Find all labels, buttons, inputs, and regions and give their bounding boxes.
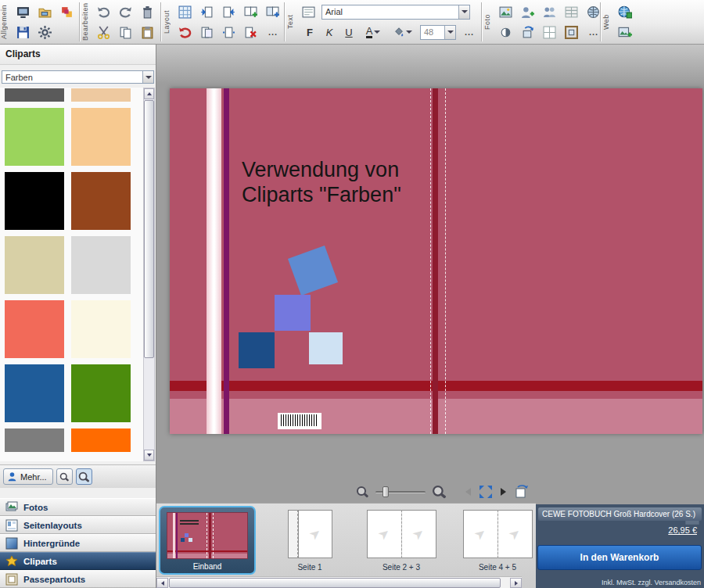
- fill-color-button[interactable]: [390, 24, 416, 40]
- settings-button[interactable]: [36, 23, 54, 41]
- add-pages-button[interactable]: [242, 3, 260, 20]
- delete-button[interactable]: [138, 3, 156, 20]
- text-frame-button[interactable]: [300, 3, 318, 20]
- sidebar-item-cliparts[interactable]: Cliparts: [0, 552, 156, 570]
- clipart-swatch[interactable]: [71, 172, 131, 230]
- scroll-right-button[interactable]: [510, 578, 522, 588]
- font-size-dropdown-arrow[interactable]: [444, 26, 455, 39]
- web-globe-button[interactable]: [616, 3, 634, 20]
- copy-button[interactable]: [117, 23, 135, 41]
- open-project-button[interactable]: [36, 3, 54, 20]
- grid-layout-button[interactable]: [176, 3, 194, 20]
- text-more-button[interactable]: ...: [460, 24, 479, 40]
- zoom-slider[interactable]: [375, 486, 426, 498]
- photo-upload-button[interactable]: [616, 23, 634, 41]
- paste-button[interactable]: [138, 23, 156, 41]
- sidebar-item-hintergruende[interactable]: Hintergründe: [0, 534, 156, 552]
- preview-large-button[interactable]: [76, 468, 92, 485]
- rotate-photo-button[interactable]: [519, 23, 537, 41]
- zoom-slider-thumb[interactable]: [383, 486, 389, 497]
- clipart-swatch[interactable]: [5, 428, 64, 452]
- insert-photo-button[interactable]: [497, 3, 515, 20]
- font-color-dropdown-arrow[interactable]: [374, 30, 380, 34]
- fit-to-window-icon[interactable]: [478, 484, 494, 500]
- new-project-button[interactable]: [14, 3, 32, 20]
- font-size-select[interactable]: 48: [420, 25, 456, 40]
- thumbnail-seite-4-5[interactable]: ➤ ➤ Seite 4 + 5: [460, 510, 535, 572]
- undo-button[interactable]: [95, 3, 113, 20]
- sidebar-item-seitenlayouts[interactable]: Seitenlayouts: [0, 516, 156, 534]
- brightness-button[interactable]: [497, 23, 515, 41]
- thumbnail-seite-2-3[interactable]: ➤ ➤ Seite 2 + 3: [364, 510, 439, 572]
- scroll-left-button[interactable]: [156, 578, 168, 588]
- cut-button[interactable]: [95, 23, 113, 41]
- clipart-swatch[interactable]: [71, 300, 131, 358]
- clipart-swatch[interactable]: [5, 300, 64, 358]
- clipart-swatch[interactable]: [5, 364, 64, 422]
- reset-layout-button[interactable]: [176, 23, 194, 41]
- clipart-category-dropdown-arrow[interactable]: [142, 71, 153, 83]
- zoom-out-icon[interactable]: [356, 486, 368, 498]
- move-page-button[interactable]: [220, 23, 238, 41]
- duplicate-page-button[interactable]: [264, 3, 282, 20]
- copy-page-button[interactable]: [198, 23, 216, 41]
- thumbnail-label: Seite 1: [274, 563, 346, 572]
- insert-page-before-button[interactable]: [198, 3, 216, 20]
- font-color-button[interactable]: A: [361, 24, 386, 40]
- clipart-swatch[interactable]: [71, 364, 131, 422]
- clipart-square-navy[interactable]: [239, 332, 275, 368]
- redo-button[interactable]: [117, 3, 135, 20]
- photo-grid-button[interactable]: [541, 23, 559, 41]
- scroll-down-button[interactable]: [144, 450, 154, 461]
- barcode-bars: [281, 414, 318, 426]
- clipart-square-lightblue[interactable]: [309, 332, 343, 364]
- preview-small-button[interactable]: [56, 468, 73, 485]
- insert-page-after-button[interactable]: [220, 3, 238, 20]
- previous-page-button[interactable]: [465, 488, 471, 496]
- delete-page-button[interactable]: [242, 23, 260, 41]
- fill-color-dropdown-arrow[interactable]: [406, 30, 412, 34]
- clipart-swatch[interactable]: [5, 108, 64, 166]
- clipart-swatch[interactable]: [71, 428, 131, 452]
- bold-button[interactable]: F: [302, 24, 318, 40]
- scroll-up-button[interactable]: [144, 88, 154, 99]
- more-cliparts-button[interactable]: Mehr...: [3, 468, 53, 485]
- save-button[interactable]: [14, 23, 32, 41]
- thumbnail-scrollbar-thumb[interactable]: [169, 578, 501, 588]
- assistant-button[interactable]: [58, 3, 76, 20]
- clipart-swatch[interactable]: [5, 88, 64, 102]
- rotate-view-icon[interactable]: [513, 485, 529, 499]
- seitenlayouts-icon: [5, 519, 18, 532]
- person-button[interactable]: [519, 3, 537, 20]
- thumbnail-seite-1[interactable]: ➤ Seite 1: [274, 510, 346, 572]
- cover-title-text[interactable]: Verwendung vonCliparts "Farben": [242, 157, 401, 207]
- clipart-swatch[interactable]: [71, 108, 131, 166]
- add-to-cart-button[interactable]: In den Warenkorb: [537, 545, 702, 570]
- sidebar-item-passepartouts[interactable]: Passepartouts: [0, 570, 156, 588]
- italic-button[interactable]: K: [321, 24, 337, 40]
- font-family-dropdown-arrow[interactable]: [458, 5, 469, 19]
- sidebar-scrollbar-thumb[interactable]: [144, 100, 154, 358]
- group-button[interactable]: [541, 3, 559, 20]
- clipart-swatch[interactable]: [71, 88, 131, 102]
- clipart-swatch[interactable]: [71, 236, 131, 294]
- layout-more-button[interactable]: ...: [264, 24, 282, 40]
- sidebar-scrollbar[interactable]: [143, 88, 155, 461]
- underline-button[interactable]: U: [341, 24, 357, 40]
- clipart-swatch[interactable]: [5, 172, 64, 230]
- thumbnail-einband[interactable]: Einband: [159, 506, 256, 575]
- frame-button[interactable]: [562, 23, 580, 41]
- next-page-button[interactable]: [501, 488, 506, 496]
- zoom-in-icon[interactable]: [432, 485, 446, 499]
- font-family-select[interactable]: Arial: [321, 5, 470, 20]
- group-icon: [543, 5, 556, 19]
- clipart-category-select[interactable]: Farben: [2, 70, 154, 84]
- cart-price[interactable]: 26,95 €: [668, 525, 697, 535]
- clipart-swatch[interactable]: [5, 236, 64, 294]
- thumbnail-scrollbar[interactable]: [156, 576, 522, 588]
- clipart-square-rotated[interactable]: [288, 246, 338, 296]
- sidebar-item-fotos[interactable]: Fotos: [0, 498, 156, 516]
- book-cover-page[interactable]: Verwendung vonCliparts "Farben": [170, 88, 702, 434]
- photo-table-button[interactable]: [562, 3, 580, 20]
- clipart-square-periwinkle[interactable]: [275, 295, 311, 331]
